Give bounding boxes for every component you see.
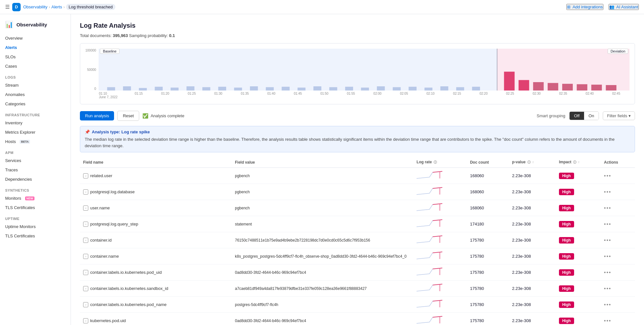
sidebar-item-uptime-monitors[interactable]: Uptime Monitors [0,222,71,231]
sidebar-item-traces[interactable]: Traces [0,165,71,175]
svg-rect-38 [439,268,440,275]
svg-rect-23 [472,87,480,91]
sidebar-item-monitors[interactable]: Monitors NEW [0,194,71,203]
hamburger-icon[interactable]: ☰ [5,4,10,10]
actions-cell[interactable]: ••• [601,232,635,248]
svg-rect-17 [377,86,385,91]
field-type-icon: ⌕ [83,206,88,211]
svg-rect-7 [218,87,226,91]
breadcrumb-current: Log threshold breached [66,4,115,10]
observability-icon: 📊 [5,21,13,28]
reset-button[interactable]: Reset [117,111,139,121]
sidebar-item-cases[interactable]: Cases [0,62,71,71]
actions-cell[interactable]: ••• [601,248,635,264]
sidebar-item-services[interactable]: Services [0,156,71,165]
impact-badge: High [559,318,574,324]
field-name-cell: ⌕container.id [80,232,232,248]
sidebar-item-stream[interactable]: Stream [0,81,71,90]
sidebar-item-categories[interactable]: Categories [0,99,71,109]
alerts-label: Alerts [5,45,17,50]
svg-rect-1 [123,86,131,91]
metrics-explorer-label: Metrics Explorer [5,130,35,135]
hosts-label: Hosts [5,139,16,144]
actions-menu-button[interactable]: ••• [604,205,611,211]
field-name-cell: ⌕postgresql.log.database [80,184,232,200]
field-type-icon: ⌕ [83,254,88,259]
analysis-type-title: 📌 Analysis type: Log rate spike [85,129,630,134]
actions-cell[interactable]: ••• [601,281,635,297]
actions-cell[interactable]: ••• [601,200,635,216]
table-row: ⌕kubernetes.pod.uid0ad8dd30-3fd2-4644-b4… [80,313,635,325]
svg-rect-14 [329,87,337,91]
p-value-sort-icon[interactable]: ↑ [532,160,534,164]
field-name-cell: ⌕postgresql.log.query_step [80,216,232,232]
chart-y-axis: 100000 50000 0 [85,49,99,91]
results-table: Field name Field value Log rate ⓘ Doc co… [80,157,635,325]
actions-menu-button[interactable]: ••• [604,221,611,227]
actions-menu-button[interactable]: ••• [604,173,611,178]
sidebar-item-tls-certs[interactable]: TLS Certificates [0,203,71,212]
sidebar-item-overview[interactable]: Overview [0,33,71,43]
sidebar-item-hosts[interactable]: Hosts BETA [0,137,71,146]
svg-rect-3 [155,87,163,91]
run-analysis-button[interactable]: Run analysis [80,111,114,120]
actions-cell[interactable]: ••• [601,216,635,232]
stats-line: Total documents: 395,963 Sampling probab… [80,33,635,38]
log-rate-sparkline-cell [413,168,467,184]
baseline-bars [99,49,496,91]
impact-sort-icon[interactable]: ↑ [578,160,580,164]
actions-menu-button[interactable]: ••• [604,237,611,243]
table-row: ⌕postgresql.log.query_stepstatement 1741… [80,216,635,232]
sidebar-item-dependencies[interactable]: Dependencies [0,175,71,184]
analysis-complete-indicator: ✅ Analysis complete [142,113,184,119]
actions-cell[interactable]: ••• [601,168,635,184]
overview-label: Overview [5,36,23,41]
sparkline [417,235,442,244]
ai-assistant-label: AI Assistant [616,5,638,9]
log-rate-info-icon: ⓘ [434,160,437,164]
field-name-cell: ⌕kubernetes.pod.uid [80,313,232,325]
actions-cell[interactable]: ••• [601,184,635,200]
add-integrations-button[interactable]: ⊞ Add integrations [566,4,603,10]
svg-rect-21 [440,86,448,91]
actions-menu-button[interactable]: ••• [604,189,611,195]
table-row: ⌕container.labels.io.kubernetes.pod_name… [80,297,635,313]
sidebar-item-inventory[interactable]: Inventory [0,118,71,128]
traces-label: Traces [5,167,18,172]
toggle-off-option[interactable]: Off [570,112,584,120]
sidebar-item-metrics-explorer[interactable]: Metrics Explorer [0,128,71,137]
sidebar-item-uptime-tls[interactable]: TLS Certificates [0,231,71,241]
svg-rect-11 [282,87,290,91]
actions-menu-button[interactable]: ••• [604,270,611,275]
y-label-0: 0 [85,87,96,91]
actions-menu-button[interactable]: ••• [604,302,611,307]
p-value-cell: 2.23e-308 [509,168,555,184]
actions-menu-button[interactable]: ••• [604,253,611,259]
actions-cell[interactable]: ••• [601,313,635,325]
monitors-new-badge: NEW [25,196,34,200]
svg-rect-27 [548,83,558,91]
actions-cell[interactable]: ••• [601,264,635,281]
deviation-bars [497,49,630,91]
actions-menu-button[interactable]: ••• [604,286,611,291]
ai-assistant-button[interactable]: 👥 AI Assistant [609,4,639,10]
chart-container: 100000 50000 0 Baseline [80,43,635,104]
field-type-icon: ⌕ [83,189,88,195]
analysis-banner: 📌 Analysis type: Log rate spike The medi… [80,126,635,152]
filter-fields-button[interactable]: Filter fields ▾ [603,111,635,120]
impact-badge: High [559,301,574,308]
actions-cell[interactable]: ••• [601,297,635,313]
breadcrumb-observability[interactable]: Observability [23,5,47,9]
sidebar-item-alerts[interactable]: Alerts [0,43,71,52]
sidebar-item-anomalies[interactable]: Anomalies [0,90,71,99]
impact-cell: High [556,232,601,248]
top-nav-left: ☰ D Observability › Alerts › Log thresho… [5,3,115,11]
actions-menu-button[interactable]: ••• [604,318,611,323]
sidebar-item-slos[interactable]: SLOs [0,52,71,62]
sidebar-logo: 📊 Observability [0,18,71,33]
svg-rect-15 [345,87,353,91]
toggle-on-option[interactable]: On [584,112,599,120]
add-integrations-icon: ⊞ [567,5,571,9]
check-circle-icon: ✅ [142,113,149,119]
breadcrumb-alerts[interactable]: Alerts [51,5,62,9]
